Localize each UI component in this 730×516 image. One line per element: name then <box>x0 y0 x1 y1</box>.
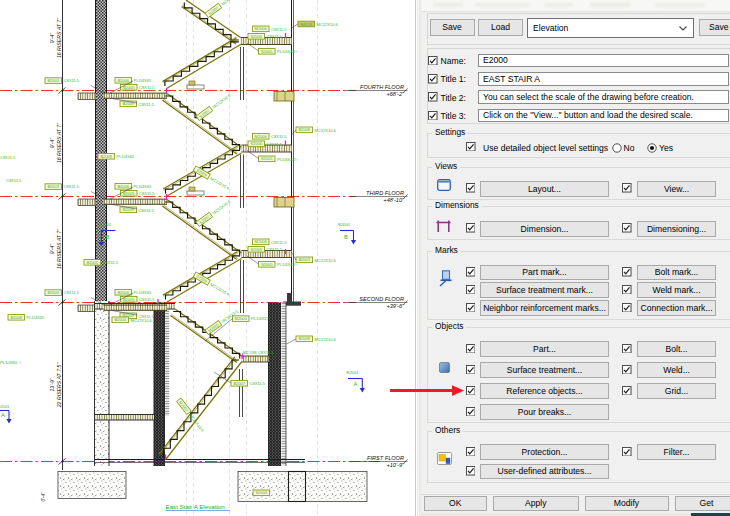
svg-text:C8X11.5: C8X11.5 <box>64 78 80 83</box>
svg-text:PL1/4X65: PL1/4X65 <box>27 315 45 320</box>
svg-text:B2001: B2001 <box>99 222 112 227</box>
svg-text:B2006: B2006 <box>117 184 129 189</box>
svg-text:C8X11.5: C8X11.5 <box>139 85 155 90</box>
svg-text:B2008: B2008 <box>298 336 310 341</box>
svg-text:B2003: B2003 <box>298 257 310 262</box>
svg-text:FIRST FLOOR: FIRST FLOOR <box>367 455 404 461</box>
svg-text:S2006: S2006 <box>250 247 262 252</box>
svg-text:MC12X10.6: MC12X10.6 <box>131 318 153 323</box>
svg-text:9'-4": 9'-4" <box>49 137 55 148</box>
svg-text:M2004: M2004 <box>235 316 248 321</box>
svg-text:THIRD FLOOR: THIRD FLOOR <box>366 190 404 196</box>
svg-text:M2006: M2006 <box>255 26 268 31</box>
svg-text:22 RISERS AT 7.5": 22 RISERS AT 7.5" <box>56 362 62 409</box>
svg-text:+39'-6": +39'-6" <box>386 303 405 309</box>
svg-text:M2006: M2006 <box>255 134 268 139</box>
svg-text:C8X11.5: C8X11.5 <box>139 102 155 107</box>
svg-text:16 RISERS AT 7": 16 RISERS AT 7" <box>56 228 62 269</box>
svg-text:C8X11.5: C8X11.5 <box>139 297 155 302</box>
svg-text:9'-4": 9'-4" <box>49 32 55 43</box>
svg-text:B4024: B4024 <box>300 22 312 27</box>
svg-text:C8X11.5: C8X11.5 <box>267 34 283 39</box>
svg-text:C8X11.5: C8X11.5 <box>64 290 80 295</box>
svg-text:East Stair A Elevation: East Stair A Elevation <box>166 503 226 510</box>
svg-text:C8X11.5: C8X11.5 <box>267 247 283 252</box>
svg-text:B2007: B2007 <box>233 381 245 386</box>
svg-text:MC12X10.6: MC12X10.6 <box>315 337 337 342</box>
svg-text:B2006: B2006 <box>117 290 129 295</box>
svg-text:C8X11.5: C8X11.5 <box>271 240 287 245</box>
svg-text:A: A <box>354 381 358 387</box>
svg-text:PL1/4X65: PL1/4X65 <box>134 78 152 83</box>
svg-text:MC12X10.6: MC12X10.6 <box>211 93 232 110</box>
svg-text:C8X11.5: C8X11.5 <box>267 142 283 147</box>
svg-text:M2006: M2006 <box>255 239 268 244</box>
svg-text:MC12X10.6: MC12X10.6 <box>188 413 205 433</box>
svg-text:PL1/4X65: PL1/4X65 <box>134 184 152 189</box>
svg-text:13'-9": 13'-9" <box>49 377 55 391</box>
svg-text:C8X11.5: C8X11.5 <box>103 260 119 265</box>
svg-text:A: A <box>1 412 5 418</box>
svg-text:MC12X10.6: MC12X10.6 <box>317 22 339 27</box>
svg-text:B: B <box>344 234 348 240</box>
svg-text:B2005: B2005 <box>123 85 135 90</box>
svg-text:B2005: B2005 <box>123 191 135 196</box>
svg-text:16 RISERS AT 7": 16 RISERS AT 7" <box>56 122 62 163</box>
svg-text:PL1/4X43½: PL1/4X43½ <box>277 157 299 162</box>
svg-text:C8X11.5: C8X11.5 <box>0 155 16 160</box>
svg-text:B2008: B2008 <box>10 315 22 320</box>
svg-text:+10'-9": +10'-9" <box>386 462 405 468</box>
svg-text:MC12X10.6: MC12X10.6 <box>209 282 230 297</box>
svg-text:PL1/4X27: PL1/4X27 <box>251 316 269 321</box>
svg-text:MC12X10.6: MC12X10.6 <box>209 176 230 191</box>
svg-text:9'-4": 9'-4" <box>49 243 55 254</box>
svg-text:S2005: S2005 <box>261 262 273 267</box>
svg-text:B2003: B2003 <box>47 184 59 189</box>
svg-text:C8X11.5: C8X11.5 <box>139 191 155 196</box>
svg-text:+48'-10": +48'-10" <box>383 197 405 203</box>
svg-text:S2004: S2004 <box>255 490 267 495</box>
svg-text:B2005: B2005 <box>86 260 98 265</box>
svg-text:S2006: S2006 <box>250 141 262 146</box>
svg-text:C8X11.5: C8X11.5 <box>139 208 155 213</box>
svg-text:2001: 2001 <box>0 404 10 409</box>
svg-text:B2006: B2006 <box>117 78 129 83</box>
svg-text:MC12X10.6: MC12X10.6 <box>315 128 337 133</box>
svg-text:E2001: E2001 <box>347 370 360 375</box>
svg-text:B2008: B2008 <box>298 127 310 132</box>
svg-text:0'-4": 0'-4" <box>41 492 46 502</box>
svg-text:C8X11.5: C8X11.5 <box>64 184 80 189</box>
svg-text:16 RISERS AT 7": 16 RISERS AT 7" <box>56 17 62 58</box>
svg-text:C8X11.5: C8X11.5 <box>271 134 287 139</box>
svg-text:B2003: B2003 <box>47 290 59 295</box>
svg-text:PL1/4X43½: PL1/4X43½ <box>277 49 299 54</box>
svg-text:C8X11.5: C8X11.5 <box>250 381 266 386</box>
svg-text:S2005: S2005 <box>261 49 273 54</box>
svg-text:B: B <box>106 234 110 240</box>
svg-text:B2004: B2004 <box>114 317 126 322</box>
svg-text:S2005: S2005 <box>261 156 273 161</box>
svg-text:C8X11.5: C8X11.5 <box>271 27 287 32</box>
svg-text:B2001: B2001 <box>338 222 351 227</box>
svg-text:PL1/4X65: PL1/4X65 <box>134 290 152 295</box>
svg-text:PL1/4X65 ½: PL1/4X65 ½ <box>0 360 23 365</box>
svg-text:MC12X10.6: MC12X10.6 <box>211 199 232 216</box>
svg-text:SECOND FLOOR: SECOND FLOOR <box>359 296 404 302</box>
svg-text:PL1/4X43½: PL1/4X43½ <box>277 262 299 267</box>
svg-text:B2003: B2003 <box>47 78 59 83</box>
svg-text:C8X11.5: C8X11.5 <box>6 178 22 183</box>
svg-text:B2005: B2005 <box>123 297 135 302</box>
svg-text:B2008: B2008 <box>100 154 112 159</box>
svg-text:S2006: S2006 <box>250 34 262 39</box>
svg-text:FOURTH FLOOR: FOURTH FLOOR <box>360 84 404 90</box>
svg-text:MC12X10.6: MC12X10.6 <box>315 258 337 263</box>
svg-text:M2.5X6 C8X11.5: M2.5X6 C8X11.5 <box>243 350 274 355</box>
svg-text:+68'-2": +68'-2" <box>386 91 405 97</box>
svg-text:PL1/4X65: PL1/4X65 <box>117 154 135 159</box>
